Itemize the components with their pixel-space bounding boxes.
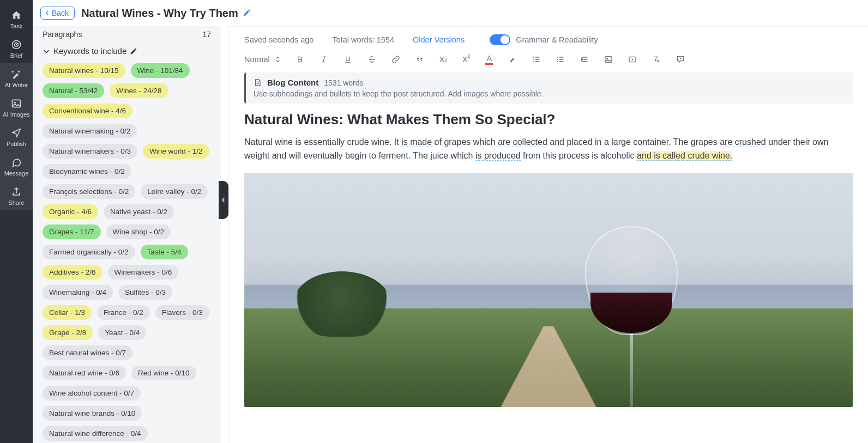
indent-button[interactable]: [580, 55, 589, 64]
page-title: Natural Wines - Why Try Them: [81, 7, 238, 20]
rail-item-task[interactable]: Task: [0, 4, 33, 34]
keyword-pills: Natural wines - 10/15Wine - 101/84Natura…: [40, 63, 213, 443]
keyword-pill[interactable]: Winemakers - 0/6: [108, 265, 179, 280]
grammar-toggle[interactable]: [490, 34, 510, 45]
grammar-label: Grammar & Readability: [516, 35, 598, 44]
document-icon: [254, 78, 262, 87]
header-bar: Back Natural Wines - Why Try Them: [33, 0, 868, 26]
format-select[interactable]: Normal: [244, 55, 280, 64]
keyword-pill[interactable]: Wine shop - 0/2: [106, 224, 171, 239]
clear-format-icon: [652, 55, 661, 64]
collapse-panel-button[interactable]: [219, 181, 228, 219]
keyword-pill[interactable]: Natural red wine - 0/6: [43, 366, 126, 380]
keyword-pill[interactable]: Natural winemaking - 0/2: [43, 124, 137, 138]
paragraphs-value: 17: [202, 30, 211, 39]
rail-item-ai-writer[interactable]: AI Writer: [0, 63, 33, 93]
editor-toolbar: Normal X2 X2 A 123: [229, 51, 868, 72]
keywords-toggle[interactable]: Keywords to include: [40, 43, 213, 63]
keyword-pill[interactable]: Loire valley - 0/2: [141, 184, 208, 199]
callout-subtitle: Use subheadings and bullets to keep the …: [254, 89, 845, 98]
keywords-header-label: Keywords to include: [53, 46, 126, 56]
keyword-pill[interactable]: Best natural wines - 0/7: [43, 345, 132, 360]
keyword-pill[interactable]: Grapes - 11/7: [43, 224, 101, 239]
keyword-pill[interactable]: Wines - 24/28: [110, 83, 168, 98]
back-label: Back: [52, 9, 69, 17]
older-versions-link[interactable]: Older Versions: [413, 35, 465, 44]
pencil-icon[interactable]: [130, 47, 137, 55]
bold-button[interactable]: [296, 55, 304, 64]
video-icon: [628, 55, 637, 64]
text-color-button[interactable]: A: [485, 54, 493, 65]
rail-item-share[interactable]: Share: [0, 181, 33, 210]
keyword-pill[interactable]: Conventional wine - 4/6: [43, 104, 132, 118]
keyword-pill[interactable]: Natural wine brands - 0/10: [43, 406, 142, 421]
svg-text:3: 3: [533, 60, 535, 63]
rail-label: Brief: [10, 52, 23, 59]
readability-highlight[interactable]: and is called crude wine.: [637, 151, 732, 161]
add-comment-button[interactable]: [676, 55, 685, 64]
blockquote-button[interactable]: [415, 55, 424, 64]
grammar-highlight[interactable]: is made: [401, 137, 432, 147]
keyword-pill[interactable]: Wine - 101/84: [131, 63, 190, 78]
article-body[interactable]: Natural Wines: What Makes Them So Specia…: [229, 104, 868, 418]
underline-button[interactable]: [343, 55, 352, 64]
chevron-left-icon: [220, 197, 227, 203]
italic-button[interactable]: [320, 55, 328, 64]
back-button[interactable]: Back: [40, 7, 75, 20]
insert-video-button[interactable]: [628, 55, 637, 64]
edit-title-button[interactable]: [243, 8, 251, 19]
status-bar: Saved seconds ago Total words: 1554 Olde…: [229, 27, 868, 51]
rail-item-brief[interactable]: Brief: [0, 34, 33, 63]
highlight-button[interactable]: [508, 55, 517, 64]
keyword-pill[interactable]: Cellar - 1/3: [43, 305, 92, 320]
underline-icon: [343, 55, 352, 64]
rail-label: Message: [4, 170, 29, 177]
keyword-pill[interactable]: Wine alcohol content - 0/7: [43, 386, 141, 400]
subscript-button[interactable]: X2: [439, 55, 447, 64]
grammar-highlight[interactable]: is produced: [475, 151, 521, 161]
keyword-pill[interactable]: Taste - 5/4: [141, 245, 188, 259]
keyword-pill[interactable]: Natural wine difference - 0/4: [43, 426, 148, 441]
ordered-list-icon: 123: [532, 55, 541, 64]
keyword-pill[interactable]: Yeast - 0/4: [98, 325, 146, 340]
keyword-pill[interactable]: Sulfites - 0/3: [118, 285, 172, 300]
rail-item-ai-images[interactable]: AI Images: [0, 93, 33, 122]
highlight-icon: [508, 55, 517, 64]
keyword-pill[interactable]: Grape - 2/8: [43, 325, 93, 340]
editor-area: Saved seconds ago Total words: 1554 Olde…: [228, 0, 868, 443]
svg-point-2: [16, 44, 17, 46]
clear-format-button[interactable]: [652, 55, 661, 64]
italic-icon: [320, 55, 328, 64]
keyword-pill[interactable]: Biodynamic wines - 0/2: [43, 164, 131, 179]
keyword-pill[interactable]: Winemaking - 0/4: [43, 285, 113, 300]
chevron-left-icon: [44, 10, 51, 16]
grammar-highlight[interactable]: are crushed: [720, 137, 766, 147]
strikethrough-icon: [367, 55, 376, 64]
saved-status: Saved seconds ago: [244, 35, 314, 44]
keyword-pill[interactable]: Organic - 4/6: [43, 204, 98, 219]
article-image[interactable]: [244, 173, 853, 407]
insert-image-button[interactable]: [604, 55, 613, 64]
keyword-pill[interactable]: Natural winemakers - 0/3: [43, 144, 137, 159]
keyword-pill[interactable]: Red wine - 0/10: [131, 366, 196, 380]
keyword-pill[interactable]: Native yeast - 0/2: [104, 204, 174, 219]
keyword-pill[interactable]: France - 0/2: [97, 305, 150, 320]
rail-item-publish[interactable]: Publish: [0, 122, 33, 151]
unordered-list-button[interactable]: [556, 55, 565, 64]
superscript-button[interactable]: X2: [462, 55, 470, 64]
keyword-pill[interactable]: Wine world - 1/2: [143, 144, 209, 159]
send-icon: [11, 128, 22, 138]
link-button[interactable]: [391, 55, 400, 64]
keyword-pill[interactable]: François selections - 0/2: [43, 184, 135, 199]
strikethrough-button[interactable]: [367, 55, 376, 64]
content-callout: Blog Content 1531 words Use subheadings …: [244, 72, 853, 104]
keyword-pill[interactable]: Flavors - 0/3: [155, 305, 209, 320]
keyword-pill[interactable]: Farmed organically - 0/2: [43, 245, 135, 259]
rail-item-message[interactable]: Message: [0, 151, 33, 181]
paragraph-stat: Paragraphs 17: [40, 30, 213, 43]
keyword-pill[interactable]: Additives - 2/6: [43, 265, 103, 280]
grammar-highlight[interactable]: are collected: [498, 137, 547, 147]
keyword-pill[interactable]: Natural wines - 10/15: [43, 63, 125, 78]
keyword-pill[interactable]: Natural - 53/42: [43, 83, 104, 98]
ordered-list-button[interactable]: 123: [532, 55, 541, 64]
